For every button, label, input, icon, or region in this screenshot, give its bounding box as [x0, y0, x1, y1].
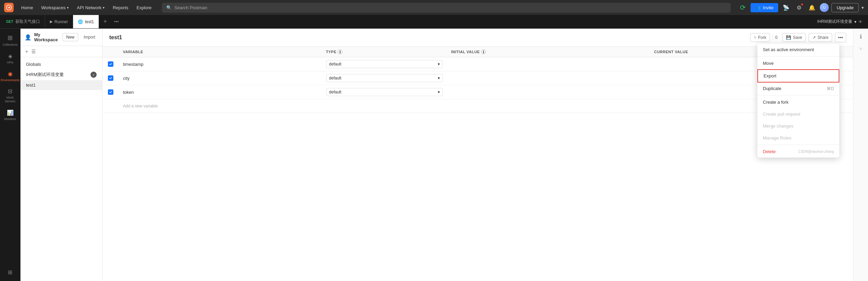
env-name: IHRM测试环境变量	[817, 19, 852, 25]
eye-icon[interactable]: 👁	[858, 19, 863, 24]
sync-icon[interactable]: ⟳	[738, 2, 748, 13]
filter-button[interactable]: ☰	[31, 48, 37, 55]
search-bar[interactable]: 🔍 Search Postman	[162, 3, 731, 13]
upgrade-chevron-icon[interactable]: ▾	[862, 5, 864, 10]
tab-get-weather[interactable]: GET 获取天气接口	[1, 15, 45, 28]
nav-reports[interactable]: Reports	[109, 3, 132, 12]
nav-workspaces[interactable]: Workspaces ▾	[38, 3, 72, 12]
search-icon: 🔍	[166, 5, 172, 10]
app-logo[interactable]	[4, 3, 14, 12]
initial-city[interactable]	[447, 75, 650, 81]
initial-token[interactable]	[447, 89, 650, 95]
sidebar-item-test1[interactable]: test1	[20, 80, 102, 90]
sidebar-item-flows[interactable]: ⊞	[1, 266, 19, 278]
sidebar-item-globals[interactable]: Globals	[20, 59, 102, 69]
checkbox-token[interactable]	[108, 89, 113, 95]
save-icon: 💾	[786, 35, 791, 40]
row1-check[interactable]	[102, 61, 119, 67]
add-variable-row[interactable]: Add a new variable	[102, 99, 853, 113]
search-placeholder: Search Postman	[174, 5, 207, 10]
tab-test1[interactable]: 🌐 test1	[73, 15, 99, 28]
menu-set-active[interactable]: Set as active environment	[757, 44, 839, 56]
menu-move[interactable]: Move	[757, 57, 839, 69]
save-button[interactable]: 💾 Save	[782, 33, 806, 42]
avatar[interactable]: U	[820, 3, 829, 12]
sidebar-item-mock-servers[interactable]: ⊟ Mock Servers	[1, 85, 19, 106]
row2-check[interactable]	[102, 75, 119, 81]
environment-selector[interactable]: IHRM测试环境变量 ▾ 👁	[813, 19, 867, 25]
branch-icon[interactable]: ⑂	[856, 44, 866, 54]
row3-check[interactable]	[102, 89, 119, 95]
nav-explore[interactable]: Explore	[133, 3, 155, 12]
tab-bar: GET 获取天气接口 ▶ Runner 🌐 test1 + ••• IHRM测试…	[0, 15, 868, 29]
sidebar-item-monitors[interactable]: 📊 Monitors	[1, 107, 19, 124]
env-actions: ⑂ Fork 0 💾 Save ↗ Share •••	[750, 33, 846, 42]
tab-runner[interactable]: ▶ Runner	[45, 15, 73, 28]
sidebar-header: 👤 My Workspace New Import	[20, 29, 102, 46]
more-tabs-button[interactable]: •••	[111, 19, 122, 24]
runner-icon: ▶	[50, 19, 53, 24]
invite-button[interactable]: 👥 Invite	[751, 3, 778, 12]
icon-sidebar: ⊞ Collections ◈ APIs ◉ Environments ⊟ Mo…	[0, 29, 20, 281]
variable-token: token	[119, 87, 322, 98]
type-info-icon[interactable]: ℹ	[338, 49, 342, 54]
menu-create-fork[interactable]: Create a fork	[757, 96, 839, 108]
menu-merge: Merge changes	[757, 120, 839, 132]
add-environment-button[interactable]: +	[25, 48, 29, 55]
type-select-timestamp[interactable]: default ▾	[326, 60, 443, 68]
settings-icon[interactable]: ⚙	[794, 2, 804, 13]
env-group: Globals IHRM测试环境变量 ✓ test1	[20, 57, 102, 92]
checkbox-timestamp[interactable]	[108, 61, 113, 67]
type-token[interactable]: default ▾	[322, 85, 447, 99]
menu-divider-2	[757, 95, 839, 95]
main-layout: ⊞ Collections ◈ APIs ◉ Environments ⊟ Mo…	[0, 29, 868, 281]
satellite-icon[interactable]: 📡	[781, 2, 791, 13]
share-icon: ↗	[812, 35, 816, 40]
variable-timestamp: timestamp	[119, 59, 322, 70]
new-button[interactable]: New	[62, 33, 78, 41]
test1-label: test1	[26, 83, 97, 88]
type-city[interactable]: default ▾	[322, 71, 447, 85]
menu-export[interactable]: Export	[757, 69, 839, 83]
add-variable-label: Add a new variable	[119, 101, 853, 111]
notifications-icon[interactable]: 🔔	[807, 2, 817, 13]
sidebar-toolbar: + ☰	[20, 46, 102, 57]
nav-home[interactable]: Home	[18, 3, 37, 12]
menu-delete[interactable]: Delete CSDN@xiaohan-zhang	[757, 146, 839, 158]
menu-divider-3	[757, 145, 839, 145]
initial-info-icon[interactable]: ℹ	[481, 49, 486, 54]
mock-servers-label: Mock Servers	[3, 96, 18, 103]
tab-label: Runner	[55, 19, 68, 24]
env-icon: 🌐	[78, 19, 83, 24]
dropdown-menu: Set as active environment Move Export Du…	[757, 44, 839, 158]
table-row: timestamp default ▾	[102, 57, 853, 71]
import-button[interactable]: Import	[81, 33, 98, 41]
collections-label: Collections	[2, 43, 17, 47]
main-content: test1 ⑂ Fork 0 💾 Save ↗ Share •••	[102, 29, 853, 281]
menu-create-pull: Create pull request	[757, 108, 839, 120]
info-icon[interactable]: ℹ	[856, 31, 866, 42]
table-header: VARIABLE TYPE ℹ INITIAL VALUE ℹ CURRENT …	[102, 47, 853, 57]
workspaces-chevron-icon: ▾	[67, 6, 69, 10]
type-timestamp[interactable]: default ▾	[322, 57, 447, 71]
sidebar-item-apis[interactable]: ◈ APIs	[1, 50, 19, 67]
flows-icon: ⊞	[8, 269, 12, 276]
share-button[interactable]: ↗ Share	[809, 33, 832, 42]
variable-city: city	[119, 73, 322, 84]
sidebar-item-ihrm-env[interactable]: IHRM测试环境变量 ✓	[20, 69, 102, 80]
sidebar-item-environments[interactable]: ◉ Environments	[1, 68, 19, 85]
sidebar-item-collections[interactable]: ⊞ Collections	[1, 31, 19, 49]
nav-api-network[interactable]: API Network ▾	[73, 3, 108, 12]
upgrade-button[interactable]: Upgrade	[831, 3, 859, 12]
checkbox-city[interactable]	[108, 75, 113, 81]
duplicate-shortcut: ⌘D	[827, 86, 834, 91]
ihrm-env-label: IHRM测试环境变量	[26, 72, 88, 78]
fork-button[interactable]: ⑂ Fork	[750, 33, 770, 42]
initial-timestamp[interactable]	[447, 61, 650, 67]
type-select-city[interactable]: default ▾	[326, 74, 443, 82]
right-sidebar: ℹ ⑂	[853, 29, 868, 281]
type-select-token[interactable]: default ▾	[326, 88, 443, 96]
new-tab-button[interactable]: +	[99, 18, 111, 25]
menu-duplicate[interactable]: Duplicate ⌘D	[757, 83, 839, 94]
more-actions-button[interactable]: •••	[835, 33, 846, 42]
